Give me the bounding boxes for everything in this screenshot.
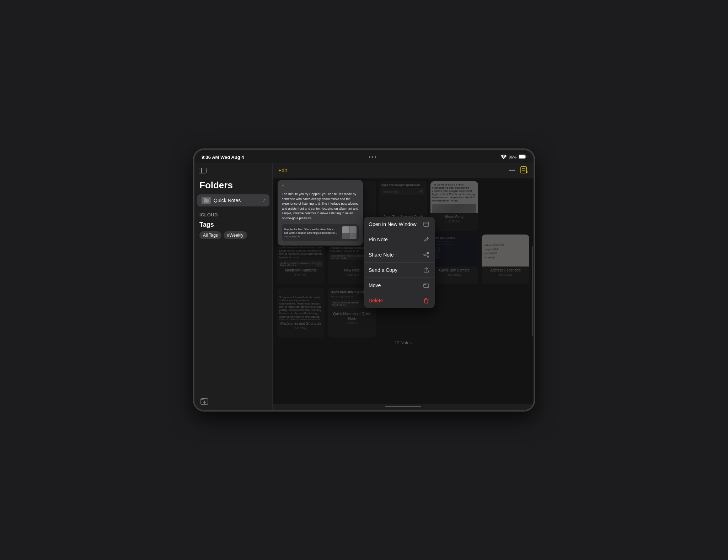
svg-point-14 bbox=[427, 256, 429, 257]
pin-note-icon bbox=[423, 236, 430, 243]
sidebar-item-quick-notes[interactable]: Quick Notes 7 bbox=[197, 194, 269, 206]
svg-rect-9 bbox=[424, 222, 429, 226]
move-icon bbox=[423, 282, 430, 289]
quick-notes-label: Quick Notes bbox=[214, 198, 263, 203]
pin-note-label: Pin Note bbox=[369, 237, 388, 242]
svg-line-16 bbox=[425, 255, 427, 256]
doppler-link-title: Doppler for Mac Offers an Excellent Albu… bbox=[284, 228, 339, 235]
note-date-monterey: 8:37 AM bbox=[279, 273, 322, 276]
note-title-monterey: Monterey Highlights bbox=[279, 268, 322, 273]
note-card-address[interactable]: address Federico'scomposing maccepting i… bbox=[482, 235, 529, 284]
tag-all-tags[interactable]: All Tags bbox=[199, 231, 221, 239]
note-date-quick-note: 6/24/21 bbox=[330, 321, 374, 325]
notes-area: Edit ••• bbox=[273, 163, 534, 410]
note-title-macstories: MacStories and Shortcuts bbox=[279, 321, 322, 326]
battery-icon bbox=[519, 154, 526, 160]
doppler-note-text: The minute you try Doppler, you can tell… bbox=[282, 192, 359, 221]
delete-label: Delete bbox=[369, 298, 383, 303]
context-menu-item-move[interactable]: Move bbox=[364, 278, 435, 293]
main-content: Folders Quick Notes 7 iCloud Tags All Ta… bbox=[194, 163, 534, 410]
context-menu: Open in New Window Pin Note bbox=[364, 217, 435, 308]
svg-point-13 bbox=[424, 254, 425, 255]
quote-icon: " bbox=[282, 184, 359, 190]
svg-point-11 bbox=[426, 238, 428, 239]
quick-notes-folder-icon bbox=[202, 197, 211, 204]
tag-weekly[interactable]: #Weekly bbox=[224, 231, 247, 239]
note-title-gameboy: Game Boy Camera bbox=[433, 268, 476, 273]
context-menu-item-delete[interactable]: Delete bbox=[364, 293, 435, 308]
new-note-button[interactable] bbox=[520, 166, 528, 176]
status-bar: 9:36 AM Wed Aug 4 96% bbox=[194, 150, 534, 163]
status-right: 96% bbox=[501, 154, 526, 160]
note-date-macstories: Monday bbox=[279, 326, 322, 330]
note-date-address: Yesterday bbox=[484, 273, 527, 276]
apps-support-preview: Apps That Support Quick Note Planning no… bbox=[379, 181, 427, 213]
bottom-bar bbox=[273, 404, 534, 410]
share-note-icon bbox=[423, 251, 430, 258]
move-label: Move bbox=[369, 282, 381, 288]
home-indicator bbox=[385, 406, 421, 407]
share-note-label: Share Note bbox=[369, 252, 394, 258]
notes-count: 12 Notes bbox=[277, 338, 529, 347]
sidebar-bottom bbox=[194, 393, 272, 410]
note-title-news-story: News Story bbox=[433, 215, 476, 219]
send-copy-icon bbox=[423, 266, 430, 274]
doppler-link-thumbnail bbox=[342, 226, 357, 239]
notes-grid-with-overlay: " The minute you try Doppler, you can te… bbox=[273, 178, 534, 404]
context-menu-item-send-copy[interactable]: Send a Copy bbox=[364, 263, 435, 278]
note-title-quick-note: Quick Note about Quick Note bbox=[330, 312, 374, 321]
icloud-section-label: iCloud bbox=[194, 207, 272, 219]
status-dot-3 bbox=[375, 156, 376, 158]
ipad-frame: 9:36 AM Wed Aug 4 96% bbox=[193, 149, 535, 411]
note-date-gameboy: Yesterday bbox=[433, 273, 476, 276]
tags-section: Tags All Tags #Weekly bbox=[194, 219, 272, 241]
gameboy-preview: Game Boy Camera GameBoy camera Adding to… bbox=[430, 235, 478, 266]
news-preview: The city will be issuing a health commis… bbox=[430, 181, 478, 213]
sidebar-toggle-icon bbox=[199, 168, 207, 173]
note-date-news-story: 8:38 AM bbox=[433, 220, 476, 223]
battery-level: 96% bbox=[509, 155, 516, 159]
doppler-link-url: macstories.net bbox=[284, 235, 339, 238]
svg-rect-1 bbox=[519, 155, 525, 158]
delete-icon bbox=[423, 297, 430, 304]
open-window-label: Open in New Window bbox=[369, 221, 417, 227]
open-window-icon bbox=[423, 221, 430, 228]
address-preview: address Federico'scomposing maccepting i… bbox=[482, 235, 529, 266]
sidebar: Folders Quick Notes 7 iCloud Tags All Ta… bbox=[194, 163, 273, 410]
notes-toolbar: Edit ••• bbox=[273, 163, 534, 178]
svg-line-15 bbox=[425, 253, 427, 254]
status-dot-1 bbox=[369, 156, 370, 158]
wifi-icon bbox=[501, 155, 507, 160]
sidebar-toggle-button[interactable] bbox=[199, 167, 209, 174]
sidebar-toolbar bbox=[194, 163, 272, 178]
status-time: 9:36 AM Wed Aug 4 bbox=[202, 155, 244, 160]
doppler-link-preview[interactable]: Doppler for Mac Offers an Excellent Albu… bbox=[282, 224, 359, 241]
send-copy-label: Send a Copy bbox=[369, 267, 397, 273]
quick-notes-count: 7 bbox=[263, 198, 265, 203]
context-menu-item-open-window[interactable]: Open in New Window bbox=[364, 217, 435, 232]
note-card-news-story[interactable]: The city will be issuing a health commis… bbox=[430, 181, 478, 231]
new-folder-button[interactable] bbox=[199, 397, 209, 406]
edit-button[interactable]: Edit bbox=[278, 168, 287, 173]
toolbar-ellipsis-button[interactable]: ••• bbox=[509, 167, 515, 174]
svg-rect-6 bbox=[521, 167, 526, 173]
doppler-note-card[interactable]: " The minute you try Doppler, you can te… bbox=[278, 180, 363, 246]
status-center bbox=[369, 156, 376, 158]
context-menu-item-pin[interactable]: Pin Note bbox=[364, 232, 435, 247]
sidebar-title: Folders bbox=[194, 178, 272, 194]
tags-row: All Tags #Weekly bbox=[199, 231, 267, 239]
svg-point-19 bbox=[421, 191, 422, 192]
svg-point-12 bbox=[427, 252, 429, 254]
apps-support-preview-title: Apps That Support Quick Note bbox=[381, 183, 425, 187]
context-menu-item-share[interactable]: Share Note bbox=[364, 247, 435, 263]
status-dot-2 bbox=[372, 156, 373, 158]
note-card-macstories[interactable]: " To say we've followed Shortcuts closel… bbox=[277, 288, 325, 338]
macstories-preview: " To say we've followed Shortcuts closel… bbox=[277, 288, 325, 320]
note-title-address: Address Federico's bbox=[484, 268, 527, 273]
svg-rect-2 bbox=[204, 199, 209, 203]
note-card-placeholder bbox=[482, 181, 529, 231]
scroll-indicator bbox=[532, 246, 533, 336]
note-card-gameboy[interactable]: Game Boy Camera GameBoy camera Adding to… bbox=[430, 235, 478, 284]
tags-label: Tags bbox=[199, 221, 267, 228]
doppler-link-text: Doppler for Mac Offers an Excellent Albu… bbox=[284, 228, 339, 238]
